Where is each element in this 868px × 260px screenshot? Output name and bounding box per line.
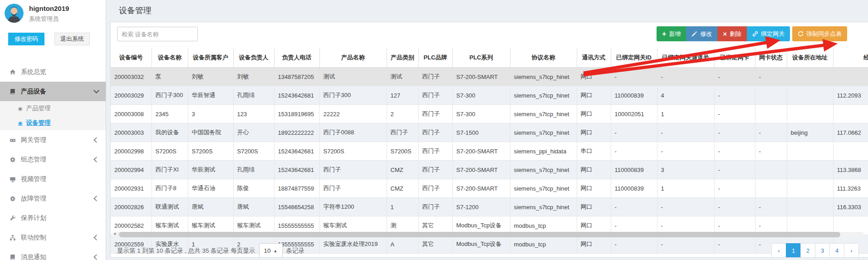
sidebar-item-message-notice[interactable]: 消息通知 — [0, 247, 106, 260]
table-row[interactable]: 200002994西门子XI华辰测试孔雨绵15243642681西门子CMZ西门… — [111, 161, 868, 179]
edit-button[interactable]: 修改 — [686, 26, 717, 41]
table-cell — [787, 142, 833, 161]
column-header[interactable]: 经度 — [833, 48, 868, 68]
table-row[interactable]: 200002931西门子8华通石油陈俊18874877559西门子CMZ西门子S… — [111, 179, 868, 198]
table-cell: 网口 — [577, 105, 611, 123]
user-role: 系统管理员 — [29, 15, 59, 23]
sidebar-item-gateway-management[interactable]: 网关管理 — [0, 130, 106, 150]
table-cell: 1 — [657, 105, 714, 123]
table-cell: 2345 — [152, 105, 188, 123]
scrollbar-thumb[interactable] — [119, 232, 840, 237]
search-input[interactable] — [117, 27, 198, 41]
add-button[interactable]: +新增 — [657, 26, 686, 41]
table-cell: siemens_s7tcp_hinet — [510, 179, 577, 198]
page-size-select[interactable]: 10 ▲ — [259, 243, 283, 258]
table-cell: modbus_tcp — [510, 235, 577, 254]
change-password-button[interactable]: 修改密码 — [8, 33, 44, 45]
table-row[interactable]: 200003029西门子300华辰智通孔雨绵15243642681西门子3001… — [111, 86, 868, 105]
table-cell: - — [657, 142, 714, 161]
column-header[interactable]: PLC系列 — [452, 48, 510, 68]
records-suffix: 条记录 — [286, 247, 305, 255]
user-panel: hignton2019 系统管理员 修改密码 退出系统 — [0, 0, 106, 50]
page-button-3[interactable]: 3 — [815, 243, 830, 258]
table-cell: 200002826 — [111, 198, 152, 216]
column-header[interactable]: 网卡状态 — [755, 48, 787, 68]
table-cell: 网口 — [577, 161, 611, 179]
sidebar-item-product-device[interactable]: 产品设备 — [0, 82, 106, 101]
table-cell: S7-200-SMART — [452, 161, 510, 179]
sidebar-menu: 系统总览产品设备◉产品管理◉设备管理网关管理组态管理视频管理故障管理保养计划联动… — [0, 62, 106, 260]
column-header[interactable]: 已绑定网卡 — [714, 48, 755, 68]
table-row[interactable]: 200002826联通测试唐斌唐斌15546654258字符串12001西门子S… — [111, 198, 868, 216]
sidebar-item-fault-management[interactable]: 故障管理 — [0, 189, 106, 208]
table-cell: 测试 — [319, 68, 387, 86]
force-sync-points-button[interactable]: 强制同步点表 — [792, 26, 847, 41]
page-next-button[interactable]: › — [844, 243, 859, 258]
sidebar-item-maintenance-plan[interactable]: 保养计划 — [0, 208, 106, 228]
page-button-4[interactable]: 4 — [829, 243, 844, 258]
table-cell: siemens_s7tcp_hinet — [510, 86, 577, 105]
table-cell: 18874877559 — [274, 179, 319, 198]
table-row[interactable]: 2000030082345312315318919695222222西门子S7-… — [111, 105, 868, 123]
sidebar-item-scada-management[interactable]: 组态管理 — [0, 150, 106, 169]
column-header[interactable]: 通讯方式 — [577, 48, 611, 68]
page-prev-button[interactable]: ‹ — [771, 243, 786, 258]
table-cell — [755, 161, 787, 179]
column-header[interactable]: 产品类别 — [387, 48, 418, 68]
gears-icon — [7, 157, 18, 163]
table-cell: siemens_s7tcp_hinet — [510, 198, 577, 216]
table-cell: 刘敏 — [233, 68, 274, 86]
sidebar-item-video-management[interactable]: 视频管理 — [0, 169, 106, 189]
scroll-left-icon[interactable]: ◂ — [113, 231, 116, 236]
column-header[interactable]: 已绑定网关ID — [611, 48, 657, 68]
bind-gateway-button[interactable]: 绑定网关 — [747, 26, 790, 41]
toolbar: +新增修改×删除绑定网关强制同步点表 — [657, 26, 847, 41]
column-header[interactable]: 设备负责人 — [233, 48, 274, 68]
table-cell: 22222 — [319, 105, 387, 123]
table-cell: 孔雨绵 — [233, 86, 274, 105]
column-header[interactable]: 产品名称 — [319, 48, 387, 68]
logout-button[interactable]: 退出系统 — [54, 33, 90, 45]
column-header[interactable]: 协议名称 — [510, 48, 577, 68]
sidebar-item-device-management[interactable]: ◉设备管理 — [0, 116, 106, 130]
sidebar-item-linkage-control[interactable]: 联动控制 — [0, 228, 106, 247]
table-cell: 唐斌 — [188, 198, 233, 216]
table-cell: 1 — [657, 179, 714, 198]
dot-circle-icon: ◉ — [18, 120, 23, 126]
column-header[interactable]: PLC品牌 — [418, 48, 452, 68]
table-cell: 西门子 — [418, 198, 452, 216]
table-cell: S7-1500 — [452, 123, 510, 142]
page-title: 设备管理 — [119, 5, 152, 16]
table-cell: - — [755, 68, 787, 86]
username: hignton2019 — [29, 5, 69, 12]
table-cell — [787, 179, 833, 198]
delete-button[interactable]: ×删除 — [717, 26, 747, 41]
column-header[interactable]: 设备所在地址 — [787, 48, 833, 68]
page-button-1[interactable]: 1 — [786, 243, 801, 258]
column-header[interactable]: 负责人电话 — [274, 48, 319, 68]
table-cell: 111.3263 — [833, 179, 868, 198]
column-header[interactable]: 已绑定网关通道号 — [657, 48, 714, 68]
table-cell: 15243642681 — [274, 142, 319, 161]
table-cell: - — [714, 235, 755, 254]
book-icon — [7, 88, 18, 95]
table-cell — [755, 105, 787, 123]
table-cell: 唐斌 — [233, 198, 274, 216]
table-cell: - — [755, 123, 787, 142]
column-header[interactable]: 设备编号 — [111, 48, 152, 68]
table-cell — [833, 68, 868, 86]
toolbar-button-label: 修改 — [700, 30, 712, 38]
column-header[interactable]: 设备所属客户 — [188, 48, 233, 68]
table-cell: 实验室废水处理2019 — [319, 235, 387, 254]
sidebar-item-system-overview[interactable]: 系统总览 — [0, 62, 106, 82]
table-cell: 200003003 — [111, 123, 152, 142]
table-row[interactable]: 200003032泵刘敏刘敏13487587205测试测试西门子S7-200-S… — [111, 68, 868, 86]
horizontal-scrollbar[interactable]: ◂ — [113, 232, 864, 237]
sidebar-item-product-management[interactable]: ◉产品管理 — [0, 101, 106, 116]
column-header[interactable]: 设备名称 — [152, 48, 188, 68]
page-button-2[interactable]: 2 — [800, 243, 815, 258]
table-row[interactable]: 200003003我的设备中国国务院开心18922222222西门子0088西门… — [111, 123, 868, 142]
table-cell — [833, 142, 868, 161]
table-row[interactable]: 200002998S7200SS7200SS7200S15243642681S7… — [111, 142, 868, 161]
table-cell: 西门子 — [418, 142, 452, 161]
